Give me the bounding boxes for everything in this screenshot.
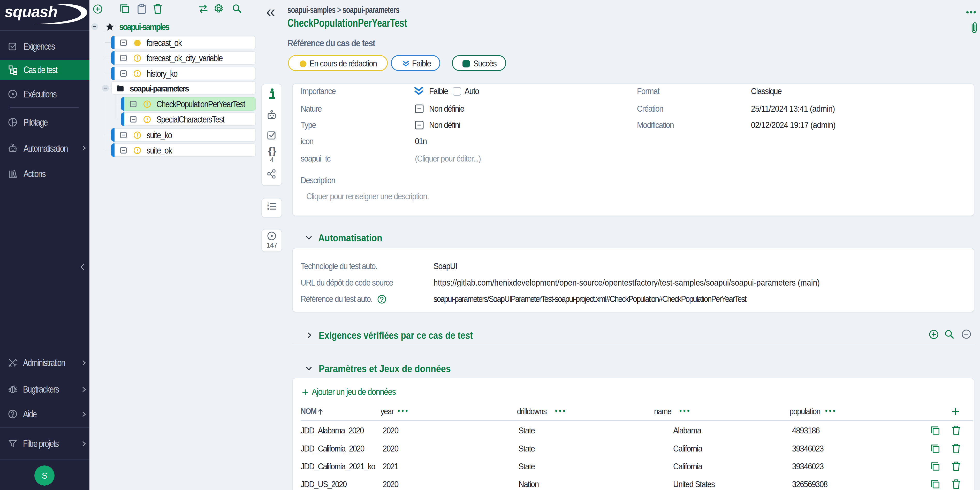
svg-text:squash: squash <box>5 3 57 21</box>
svg-text:3: 3 <box>267 207 269 211</box>
